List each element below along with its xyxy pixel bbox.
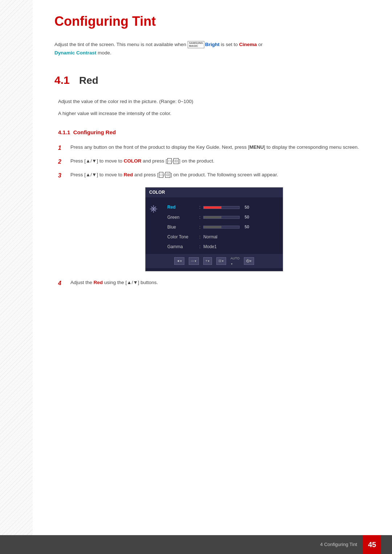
section-41-desc2: A higher value will increase the intensi… — [58, 110, 370, 118]
svg-line-5 — [151, 207, 152, 208]
menu-items-list: Red : 50 — [162, 202, 280, 252]
step-4-text: Adjust the Red using the [▲/▼] buttons. — [70, 279, 370, 287]
menu-items-area: Red : 50 — [146, 200, 283, 254]
intro-paragraph: Adjust the tint of the screen. This menu… — [54, 41, 370, 57]
step-3: 3 Press [▲/▼] to move to Red and press [… — [58, 171, 370, 180]
menu-bold: MENU — [249, 144, 264, 150]
menu-item-red: Red : 50 — [162, 202, 280, 212]
section-41-desc1: Adjust the value of the color red in the… — [58, 98, 370, 106]
dynamic-contrast-label: Dynamic Contrast — [54, 50, 97, 56]
step-1: 1 Press any button on the front of the p… — [58, 143, 370, 153]
button-icon-2b: ⊡ — [173, 158, 179, 164]
button-icon-3b: ⊡ — [165, 172, 170, 178]
steps-list: 1 Press any button on the front of the p… — [58, 143, 370, 180]
color-label: COLOR — [124, 158, 142, 164]
intro-text-or: or — [257, 42, 263, 47]
menu-item-gamma-value: Mode1 — [203, 243, 217, 250]
intro-text-set: is set to — [220, 42, 239, 47]
red-label-step4: Red — [94, 280, 103, 285]
subsection-411-title: Configuring Red — [73, 129, 116, 135]
step-2-number: 2 — [58, 157, 65, 167]
screen-title-bar: COLOR — [146, 188, 283, 197]
btn-power: ⏻▼ — [244, 257, 254, 264]
svg-line-7 — [155, 207, 156, 208]
button-icon-3: □ — [159, 172, 163, 178]
btn-enter: ⊡▼ — [216, 257, 226, 264]
red-label-step3: Red — [124, 172, 133, 177]
red-bar-container — [203, 206, 240, 209]
menu-item-colortone-value: Normal — [203, 234, 217, 241]
content-area: Configuring Tint Adjust the tint of the … — [33, 0, 392, 321]
menu-item-red-value: 50 — [203, 204, 249, 211]
blue-bar-container — [203, 226, 240, 229]
screen-image: COLOR — [145, 187, 283, 271]
menu-item-blue: Blue : 50 — [162, 222, 280, 232]
btn-minus: —▼ — [189, 257, 199, 264]
blue-value-num: 50 — [242, 224, 249, 230]
green-bar-container — [203, 216, 240, 219]
menu-item-green: Green : 50 — [162, 213, 280, 222]
screen-bottom-bar: ◄▼ —▼ +▼ ⊡▼ AUTO▼ ⏻▼ — [146, 254, 283, 268]
svg-line-6 — [155, 211, 156, 212]
menu-item-blue-label: Blue — [167, 224, 196, 231]
page-footer: 4 Configuring Tint 45 — [0, 535, 392, 554]
green-value-num: 50 — [242, 214, 249, 221]
blue-bar-fill — [204, 226, 221, 228]
red-value-num: 50 — [242, 204, 249, 211]
section-41-title: Red — [79, 73, 98, 89]
brand-magic: MAGIC — [189, 45, 203, 48]
btn-auto-label: AUTO▼ — [230, 256, 240, 266]
cinema-label: Cinema — [239, 42, 257, 47]
menu-item-gamma: Gamma : Mode1 — [162, 242, 280, 252]
screen-menu-body: Red : 50 — [146, 197, 283, 271]
gear-icon — [148, 204, 159, 214]
btn-plus: +▼ — [203, 257, 212, 264]
footer-page-number: 45 — [363, 535, 381, 554]
page-title: Configuring Tint — [54, 11, 370, 32]
section-41-heading: 4.1 Red — [54, 71, 370, 89]
btn-left: ◄▼ — [174, 257, 184, 264]
svg-line-8 — [151, 211, 152, 212]
menu-item-colortone-label: Color Tone — [167, 234, 196, 241]
button-icon-2: □ — [167, 158, 172, 164]
menu-item-colortone: Color Tone : Normal — [162, 232, 280, 242]
intro-text-before: Adjust the tint of the screen. This menu… — [54, 42, 188, 47]
screen-title: COLOR — [149, 190, 165, 195]
bright-label: Bright — [205, 42, 220, 47]
steps-list-2: 4 Adjust the Red using the [▲/▼] buttons… — [58, 279, 370, 288]
subsection-411-number: 4.1.1 — [58, 129, 70, 135]
step-3-text: Press [▲/▼] to move to Red and press [□/… — [70, 171, 370, 179]
menu-item-blue-value: 50 — [203, 224, 249, 230]
menu-item-green-value: 50 — [203, 214, 249, 221]
subsection-411-heading: 4.1.1 Configuring Red — [58, 128, 370, 137]
slash-3: / — [164, 173, 165, 177]
step-4-number: 4 — [58, 279, 65, 288]
menu-item-red-label: Red — [167, 204, 196, 211]
step-1-text: Press any button on the front of the pro… — [70, 143, 370, 152]
svg-point-9 — [153, 208, 155, 210]
green-bar-fill — [204, 216, 221, 218]
menu-item-gamma-label: Gamma — [167, 243, 196, 250]
page-wrapper: Configuring Tint Adjust the tint of the … — [0, 0, 392, 554]
screen-container: COLOR — [145, 187, 283, 271]
section-41-number: 4.1 — [54, 71, 73, 89]
intro-text-mode: mode. — [97, 50, 111, 56]
red-bar-fill — [204, 206, 221, 209]
slash-2: / — [172, 159, 173, 163]
menu-item-green-label: Green — [167, 214, 196, 221]
brand-icon: SAMSUNG MAGIC — [188, 41, 204, 49]
decorative-stripe — [0, 0, 33, 554]
footer-label: 4 Configuring Tint — [320, 541, 357, 549]
step-4: 4 Adjust the Red using the [▲/▼] buttons… — [58, 279, 370, 288]
step-3-number: 3 — [58, 171, 65, 180]
gear-area — [148, 202, 162, 252]
section-41-body: Adjust the value of the color red in the… — [54, 98, 370, 288]
step-2-text: Press [▲/▼] to move to COLOR and press [… — [70, 157, 370, 165]
step-1-number: 1 — [58, 143, 65, 153]
step-2: 2 Press [▲/▼] to move to COLOR and press… — [58, 157, 370, 167]
